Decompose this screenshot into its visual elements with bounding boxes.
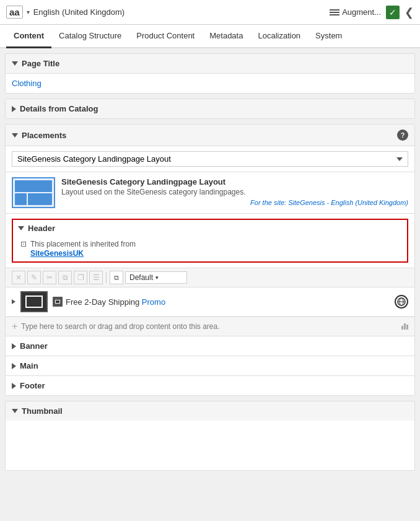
placements-dropdown[interactable]: SiteGenesis Category Landingpage Layout bbox=[12, 151, 408, 167]
toolbar-dropdown-label: Default bbox=[129, 273, 153, 282]
layout-name: SiteGenesis Category Landingpage Layout bbox=[61, 177, 408, 186]
tab-catalog-structure[interactable]: Catalog Structure bbox=[51, 25, 129, 48]
augment-button[interactable]: Augment... bbox=[330, 7, 381, 17]
toolbar-ref-button[interactable]: ⧉ bbox=[110, 271, 123, 284]
banner-title: Banner bbox=[20, 341, 48, 351]
details-collapse-arrow[interactable] bbox=[12, 106, 16, 112]
augment-lines-icon bbox=[330, 9, 339, 15]
placements-title: Placements bbox=[22, 131, 66, 140]
thumb-right bbox=[28, 193, 52, 205]
back-button[interactable]: ❮ bbox=[405, 6, 414, 19]
header-sub-title: Header bbox=[28, 224, 55, 233]
toolbar-separator bbox=[106, 272, 107, 283]
content-type-icon-inner bbox=[55, 300, 60, 304]
tab-metadata[interactable]: Metadata bbox=[202, 25, 250, 48]
bar-chart-icon bbox=[401, 323, 408, 330]
placements-collapse-arrow[interactable] bbox=[12, 133, 18, 138]
tab-content[interactable]: Content bbox=[6, 25, 51, 48]
layout-preview-row: SiteGenesis Category Landingpage Layout … bbox=[6, 172, 414, 214]
layout-site-text: For the site: SiteGenesis - English (Uni… bbox=[250, 199, 408, 206]
top-bar: aa ▾ English (United Kingdom) Augment...… bbox=[0, 0, 420, 25]
footer-title: Footer bbox=[20, 381, 45, 390]
toolbar-edit-button[interactable]: ✎ bbox=[27, 271, 41, 284]
placements-header: Placements ? bbox=[6, 125, 414, 146]
page-title-section: Page Title Clothing bbox=[5, 53, 415, 94]
toolbar-copy-button[interactable]: ⧉ bbox=[58, 271, 72, 284]
toolbar-dropdown[interactable]: Default ▾ bbox=[125, 271, 187, 284]
layout-info: SiteGenesis Category Landingpage Layout … bbox=[61, 177, 408, 206]
search-row: + bbox=[6, 317, 414, 336]
tab-product-content[interactable]: Product Content bbox=[129, 25, 202, 48]
banner-collapse-arrow[interactable] bbox=[12, 343, 16, 349]
globe-svg bbox=[397, 297, 406, 306]
tab-localization[interactable]: Localization bbox=[250, 25, 308, 48]
thumb-left bbox=[15, 193, 27, 205]
content-item-expand-arrow[interactable] bbox=[12, 299, 15, 304]
toolbar-row: ✕ ✎ ✂ ⧉ ❐ ☰ ⧉ Default ▾ bbox=[6, 268, 414, 287]
toolbar-more-button[interactable]: ☰ bbox=[89, 271, 103, 284]
placements-section: Placements ? SiteGenesis Category Landin… bbox=[5, 124, 415, 396]
checkmark-icon: ✓ bbox=[389, 7, 396, 17]
thumbnail-title: Thumbnail bbox=[22, 406, 63, 416]
details-from-catalog-title: Details from Catalog bbox=[20, 104, 98, 113]
globe-icon bbox=[395, 295, 408, 309]
thumbnail-header: Thumbnail bbox=[6, 401, 414, 421]
toolbar-dropdown-arrow: ▾ bbox=[155, 274, 159, 281]
thumbnail-body bbox=[6, 421, 414, 470]
page-title-value: Clothing bbox=[12, 76, 42, 90]
content-item-name-link[interactable]: Promo bbox=[142, 297, 165, 307]
layout-thumbnail bbox=[12, 177, 55, 208]
details-from-catalog-header: Details from Catalog bbox=[6, 99, 414, 118]
content-item-name: Free 2-Day Shipping Promo bbox=[66, 297, 390, 307]
layout-desc: Layout used on the SiteGenesis category … bbox=[61, 188, 408, 196]
font-size-icon: aa bbox=[6, 6, 23, 19]
details-from-catalog-section: Details from Catalog bbox=[5, 99, 415, 119]
header-subsection: Header ⊡ This placement is inherited fro… bbox=[12, 219, 408, 263]
content-item-info: Free 2-Day Shipping Promo bbox=[53, 297, 390, 307]
inherited-text-block: This placement is inherited from SiteGen… bbox=[30, 239, 136, 258]
toolbar-cut-button[interactable]: ✂ bbox=[43, 271, 56, 284]
placements-header-left: Placements bbox=[12, 131, 66, 140]
page-title-body: Clothing bbox=[6, 74, 414, 93]
content-thumbnail-inner bbox=[25, 296, 43, 308]
inherit-icon: ⊡ bbox=[20, 240, 27, 248]
main-title: Main bbox=[20, 361, 38, 370]
banner-subsection: Banner bbox=[6, 336, 414, 356]
placements-dropdown-row: SiteGenesis Category Landingpage Layout bbox=[6, 146, 414, 172]
main-content: Page Title Clothing Details from Catalog… bbox=[0, 53, 420, 471]
nav-tabs: Content Catalog Structure Product Conten… bbox=[0, 25, 420, 48]
inherited-link[interactable]: SiteGenesisUK bbox=[30, 249, 84, 258]
toolbar-paste-button[interactable]: ❐ bbox=[74, 271, 87, 284]
thumb-top bbox=[15, 180, 52, 192]
language-dropdown-arrow[interactable]: ▾ bbox=[27, 9, 30, 15]
page-title-collapse-arrow[interactable] bbox=[12, 61, 18, 66]
header-sub-header: Header bbox=[18, 224, 402, 233]
footer-collapse-arrow[interactable] bbox=[12, 383, 16, 389]
language-label: English (United Kingdom) bbox=[33, 7, 125, 17]
thumbnail-section: Thumbnail bbox=[5, 401, 415, 471]
page-title-heading: Page Title bbox=[22, 59, 59, 68]
content-item-name-text: Free 2-Day Shipping bbox=[66, 297, 139, 307]
content-item-row: Free 2-Day Shipping Promo bbox=[6, 287, 414, 317]
content-search-input[interactable] bbox=[21, 322, 398, 331]
toolbar-delete-button[interactable]: ✕ bbox=[12, 271, 25, 284]
tab-system[interactable]: System bbox=[308, 25, 349, 48]
checkmark-button[interactable]: ✓ bbox=[386, 6, 400, 19]
help-icon[interactable]: ? bbox=[397, 129, 408, 141]
content-type-icon bbox=[53, 297, 63, 307]
main-collapse-arrow[interactable] bbox=[12, 363, 16, 369]
content-item-thumbnail bbox=[20, 291, 48, 312]
thumbnail-collapse-arrow[interactable] bbox=[12, 409, 18, 413]
main-subsection: Main bbox=[6, 356, 414, 375]
inherited-row: ⊡ This placement is inherited from SiteG… bbox=[18, 237, 402, 258]
layout-site: For the site: SiteGenesis - English (Uni… bbox=[61, 199, 408, 206]
top-bar-right: Augment... ✓ ❮ bbox=[330, 6, 414, 19]
add-content-icon[interactable]: + bbox=[12, 321, 17, 332]
augment-label: Augment... bbox=[342, 7, 381, 17]
footer-subsection: Footer bbox=[6, 375, 414, 395]
header-sub-collapse-arrow[interactable] bbox=[18, 226, 24, 230]
inherited-text: This placement is inherited from bbox=[30, 240, 136, 248]
top-bar-left: aa ▾ English (United Kingdom) bbox=[6, 6, 125, 19]
page-title-header: Page Title bbox=[6, 54, 414, 74]
